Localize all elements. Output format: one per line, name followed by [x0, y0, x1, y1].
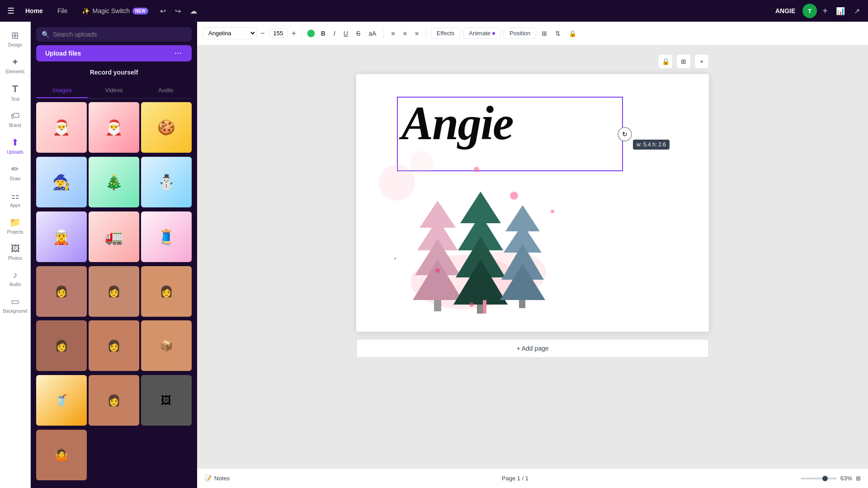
align-right-button[interactable]: ≡ [412, 28, 421, 39]
zoom-slider[interactable] [801, 478, 837, 479]
list-item[interactable]: 🍪 [141, 102, 192, 153]
brand-icon: 🏷 [11, 111, 20, 121]
list-item[interactable]: 👩 [141, 266, 192, 317]
stats-icon[interactable]: 📊 [833, 5, 848, 17]
decoration-circle-2 [410, 151, 433, 174]
list-item[interactable]: 🎅 [89, 102, 139, 153]
sidebar-item-elements[interactable]: ✦ Elements [0, 52, 30, 79]
sidebar-item-apps[interactable]: ⚏ Apps [0, 186, 30, 212]
font-size-increase[interactable]: + [291, 29, 297, 38]
list-item[interactable]: 🧵 [141, 211, 192, 262]
list-item[interactable]: 👩 [89, 320, 139, 371]
svg-rect-6 [434, 300, 441, 311]
list-item[interactable]: ⛄ [141, 157, 192, 207]
sidebar-label-uploads: Uploads [7, 150, 24, 155]
tab-images[interactable]: Images [36, 83, 88, 98]
list-item[interactable]: 👩 [89, 266, 139, 317]
tab-videos[interactable]: Videos [88, 83, 140, 98]
grid-view-toggle[interactable]: ⊞ [856, 475, 861, 482]
position-button[interactable]: Position [504, 28, 536, 39]
hamburger-icon[interactable]: ☰ [5, 4, 16, 18]
size-tooltip: w: 5.4 h: 2.6 [633, 140, 670, 150]
add-page-button[interactable]: + Add page [356, 339, 709, 358]
top-nav: ☰ Home File ✨ Magic Switch NEW ↩ ↪ ☁ ANG… [0, 0, 868, 22]
decoration-dot-1 [474, 167, 479, 172]
user-avatar[interactable]: T [802, 4, 817, 18]
search-box: 🔍 [36, 27, 192, 42]
lock-layer-button[interactable]: 🔒 [658, 54, 673, 69]
aa-button[interactable]: aA [366, 28, 379, 39]
sidebar-item-design[interactable]: ⊞ Design [0, 25, 30, 52]
list-item[interactable]: 📦 [141, 320, 192, 371]
upload-panel: 🔍 Upload files ··· Record yourself Image… [31, 22, 197, 488]
align-center-button[interactable]: ≡ [400, 28, 409, 39]
sidebar-item-draw[interactable]: ✏ Draw [0, 159, 30, 186]
sidebar-item-text[interactable]: T Text [0, 79, 30, 106]
lock-button[interactable]: 🔒 [566, 28, 579, 39]
cloud-save-icon[interactable]: ☁ [187, 5, 200, 17]
underline-button[interactable]: U [341, 28, 351, 39]
nav-home[interactable]: Home [20, 5, 48, 16]
search-input[interactable] [53, 31, 186, 38]
add-collaborator-button[interactable]: + [821, 4, 830, 18]
redo-button[interactable]: ↪ [172, 5, 184, 17]
list-item[interactable]: 👩 [36, 266, 87, 317]
sidebar-item-audio[interactable]: ♪ Audio [0, 265, 30, 291]
list-item[interactable]: 🎄 [89, 157, 139, 207]
zoom-control: 63% ⊞ [801, 475, 861, 482]
sidebar-item-brand[interactable]: 🏷 Brand [0, 106, 30, 132]
grid-view-button[interactable]: ⊞ [539, 28, 550, 39]
list-item[interactable]: 👩 [89, 375, 139, 426]
arrange-button[interactable]: ⇅ [552, 28, 563, 39]
notes-button[interactable]: 📝 Notes [204, 475, 230, 482]
list-item[interactable]: 🖼 [141, 375, 192, 426]
projects-icon: 📁 [9, 217, 21, 228]
nav-magic-switch[interactable]: ✨ Magic Switch NEW [76, 5, 154, 16]
sidebar-item-projects[interactable]: 📁 Projects [0, 212, 30, 239]
toolbar: Angelina − 155 + B I U S aA ≡ ≡ ≡ Effect… [197, 22, 868, 45]
strikethrough-button[interactable]: S [354, 28, 363, 39]
bold-button[interactable]: B [318, 28, 328, 39]
text-icon: T [12, 83, 18, 95]
rotate-handle[interactable]: ↻ [618, 127, 632, 141]
upload-files-button[interactable]: Upload files ··· [36, 45, 192, 61]
upload-btn-label: Upload files [45, 50, 81, 57]
list-item[interactable]: 🎅 [36, 102, 87, 153]
middle-row: ⊞ Design ✦ Elements T Text 🏷 Brand ⬆ Upl… [0, 22, 868, 488]
copy-button[interactable]: ⊞ [676, 54, 691, 69]
sidebar-item-background[interactable]: ▭ Background [0, 291, 30, 318]
font-size-decrease[interactable]: − [259, 29, 265, 38]
sidebar-item-uploads[interactable]: ⬆ Uploads [0, 132, 30, 159]
sidebar-item-photos[interactable]: 🖼 Photos [0, 239, 30, 265]
list-item[interactable]: 🤷 [36, 430, 87, 480]
italic-button[interactable]: I [331, 28, 338, 39]
animate-label: Animate [469, 30, 491, 37]
tab-audio[interactable]: Audio [140, 83, 192, 98]
design-icon: ⊞ [11, 30, 19, 41]
list-item[interactable]: 🚛 [89, 211, 139, 262]
magic-switch-label: Magic Switch [92, 7, 129, 14]
font-select[interactable]: Angelina [203, 27, 257, 39]
sidebar-label-photos: Photos [8, 256, 22, 261]
upload-more-options: ··· [175, 50, 183, 57]
font-size-value: 155 [271, 30, 285, 37]
separator3 [426, 28, 426, 39]
sidebar-label-apps: Apps [10, 203, 20, 208]
effects-button[interactable]: Effects [431, 28, 461, 39]
share-icon[interactable]: ↗ [851, 5, 863, 17]
animate-button[interactable]: Animate [463, 28, 501, 39]
record-yourself-button[interactable]: Record yourself [36, 65, 192, 80]
align-left-button[interactable]: ≡ [388, 28, 397, 39]
list-item[interactable]: 🧝 [36, 211, 87, 262]
undo-button[interactable]: ↩ [157, 5, 169, 17]
list-item[interactable]: 🧙 [36, 157, 87, 207]
nav-file[interactable]: File [52, 5, 73, 16]
add-page-icon-button[interactable]: + [694, 54, 709, 69]
sidebar-label-elements: Elements [6, 69, 25, 74]
list-item[interactable]: 👩 [36, 320, 87, 371]
canvas-text: Angie [398, 98, 622, 149]
draw-icon: ✏ [11, 164, 19, 174]
list-item[interactable]: 🥤 [36, 375, 87, 426]
background-icon: ▭ [11, 296, 19, 307]
color-picker[interactable] [307, 29, 316, 38]
